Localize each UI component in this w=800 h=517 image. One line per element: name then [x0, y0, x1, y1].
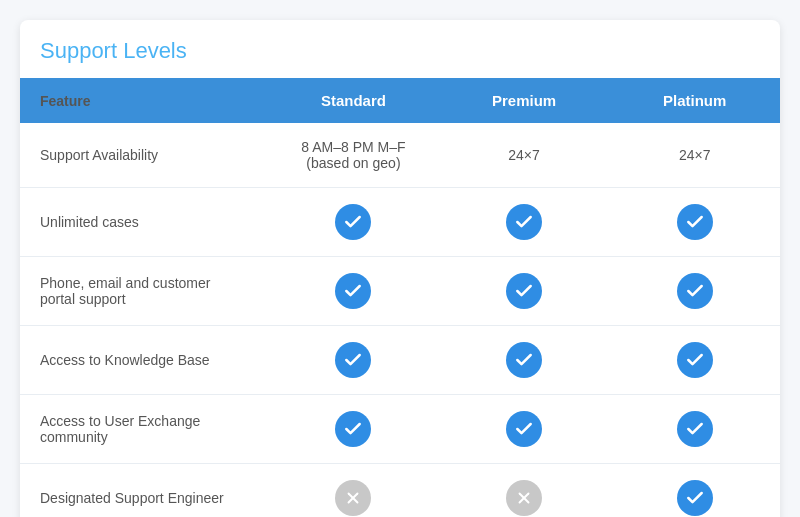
table-row: Access to User Exchange community: [20, 395, 780, 464]
header-premium: Premium: [439, 78, 610, 123]
feature-cell: Unlimited cases: [20, 188, 268, 257]
table-row: Unlimited cases: [20, 188, 780, 257]
support-table: Feature Standard Premium Platinum Suppor…: [20, 78, 780, 517]
check-icon: [335, 273, 371, 309]
page-title: Support Levels: [20, 20, 780, 78]
text-value: 8 AM–8 PM M–F (based on geo): [301, 139, 405, 171]
feature-cell: Access to User Exchange community: [20, 395, 268, 464]
text-value: 24×7: [508, 147, 540, 163]
platinum-cell: [609, 326, 780, 395]
premium-cell: 24×7: [439, 123, 610, 188]
platinum-cell: 24×7: [609, 123, 780, 188]
support-levels-card: Support Levels Feature Standard Premium …: [20, 20, 780, 517]
check-icon: [677, 342, 713, 378]
check-icon: [677, 273, 713, 309]
table-row: Designated Support Engineer: [20, 464, 780, 518]
check-icon: [506, 411, 542, 447]
feature-cell: Access to Knowledge Base: [20, 326, 268, 395]
standard-cell: [268, 464, 439, 518]
check-icon: [335, 204, 371, 240]
x-icon: [506, 480, 542, 516]
text-value: 24×7: [679, 147, 711, 163]
standard-cell: 8 AM–8 PM M–F (based on geo): [268, 123, 439, 188]
table-row: Phone, email and customer portal support: [20, 257, 780, 326]
check-icon: [677, 411, 713, 447]
table-row: Access to Knowledge Base: [20, 326, 780, 395]
feature-cell: Phone, email and customer portal support: [20, 257, 268, 326]
premium-cell: [439, 326, 610, 395]
table-row: Support Availability8 AM–8 PM M–F (based…: [20, 123, 780, 188]
premium-cell: [439, 188, 610, 257]
check-icon: [677, 480, 713, 516]
premium-cell: [439, 257, 610, 326]
feature-cell: Designated Support Engineer: [20, 464, 268, 518]
check-icon: [506, 342, 542, 378]
platinum-cell: [609, 395, 780, 464]
platinum-cell: [609, 188, 780, 257]
platinum-cell: [609, 464, 780, 518]
header-feature: Feature: [20, 78, 268, 123]
platinum-cell: [609, 257, 780, 326]
check-icon: [677, 204, 713, 240]
check-icon: [506, 273, 542, 309]
check-icon: [335, 342, 371, 378]
premium-cell: [439, 395, 610, 464]
check-icon: [335, 411, 371, 447]
x-icon: [335, 480, 371, 516]
header-standard: Standard: [268, 78, 439, 123]
standard-cell: [268, 326, 439, 395]
table-header-row: Feature Standard Premium Platinum: [20, 78, 780, 123]
premium-cell: [439, 464, 610, 518]
feature-cell: Support Availability: [20, 123, 268, 188]
header-platinum: Platinum: [609, 78, 780, 123]
standard-cell: [268, 188, 439, 257]
check-icon: [506, 204, 542, 240]
standard-cell: [268, 257, 439, 326]
standard-cell: [268, 395, 439, 464]
